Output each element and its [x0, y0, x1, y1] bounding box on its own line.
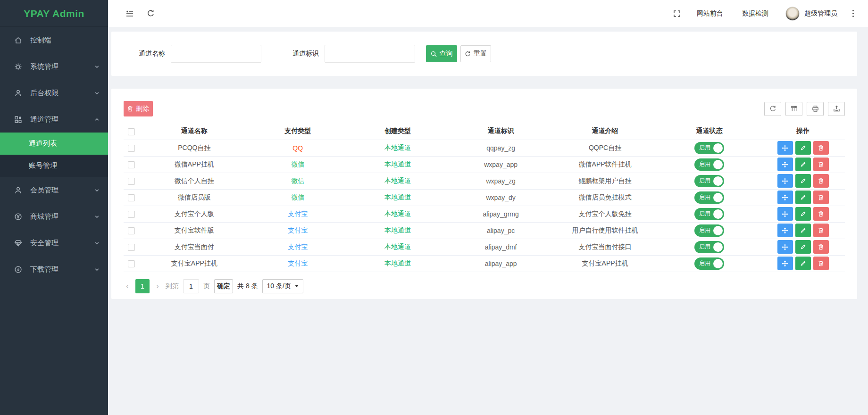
- fullscreen-button[interactable]: [667, 0, 687, 27]
- sidebar-item-system[interactable]: 系统管理: [0, 53, 108, 80]
- channel-name-cell: 微信个人自挂: [140, 173, 249, 189]
- sidebar-item-mall-mgmt[interactable]: 商城管理: [0, 203, 108, 230]
- chevron-up-icon: [94, 117, 100, 122]
- status-toggle[interactable]: 启用: [694, 208, 724, 220]
- sidebar-item-console[interactable]: 控制端: [0, 27, 108, 53]
- channel-name-input[interactable]: [171, 45, 261, 63]
- column-filter-button[interactable]: [785, 102, 802, 116]
- collapse-sidebar-button[interactable]: [119, 0, 140, 27]
- status-toggle[interactable]: 启用: [694, 191, 724, 204]
- sidebar-item-label: 后台权限: [30, 89, 58, 98]
- edit-button[interactable]: [795, 224, 811, 237]
- sidebar-item-member-mgmt[interactable]: 会员管理: [0, 177, 108, 203]
- refresh-page-button[interactable]: [140, 0, 161, 27]
- row-checkbox[interactable]: [128, 227, 135, 234]
- edit-button[interactable]: [795, 207, 811, 221]
- select-caret-icon: [295, 285, 299, 287]
- pencil-icon: [800, 178, 806, 184]
- channel-code-label: 通道标识: [292, 50, 319, 58]
- row-delete-button[interactable]: [813, 240, 829, 254]
- pencil-icon: [800, 145, 806, 151]
- sidebar-subitem-channel-list[interactable]: 通道列表: [0, 133, 108, 155]
- edit-button[interactable]: [795, 257, 811, 270]
- create-type-cell: 本地通道: [346, 156, 449, 173]
- row-checkbox[interactable]: [128, 211, 135, 218]
- row-checkbox[interactable]: [128, 145, 135, 152]
- row-delete-button[interactable]: [813, 158, 829, 171]
- avatar: [785, 7, 800, 21]
- reset-button[interactable]: 重置: [460, 45, 491, 62]
- row-delete-button[interactable]: [813, 141, 829, 155]
- edit-button[interactable]: [795, 191, 811, 204]
- edit-button[interactable]: [795, 174, 811, 188]
- status-toggle[interactable]: 启用: [694, 241, 724, 253]
- row-checkbox[interactable]: [128, 244, 135, 251]
- status-toggle[interactable]: 启用: [694, 257, 724, 270]
- trash-icon: [818, 145, 824, 151]
- status-toggle[interactable]: 启用: [694, 158, 724, 171]
- trash-icon: [818, 194, 824, 200]
- pay-type-cell: 支付宝: [249, 206, 346, 222]
- export-button[interactable]: [828, 102, 845, 116]
- prev-page-button[interactable]: ‹: [124, 282, 131, 290]
- goto-confirm-button[interactable]: 确定: [214, 279, 233, 293]
- row-checkbox[interactable]: [128, 194, 135, 201]
- move-button[interactable]: [777, 224, 793, 237]
- move-button[interactable]: [777, 141, 793, 155]
- row-checkbox[interactable]: [128, 260, 135, 267]
- status-toggle[interactable]: 启用: [694, 175, 724, 187]
- move-button[interactable]: [777, 191, 793, 204]
- channel-name-cell: PCQQ自挂: [140, 140, 249, 156]
- move-icon: [782, 161, 788, 168]
- move-button[interactable]: [777, 257, 793, 270]
- gear-icon: [14, 63, 22, 71]
- move-button[interactable]: [777, 174, 793, 188]
- select-all-checkbox[interactable]: [128, 128, 135, 135]
- nav-data-monitor-label: 数据检测: [742, 9, 768, 18]
- query-button[interactable]: 查询: [426, 45, 457, 62]
- row-delete-button[interactable]: [813, 257, 829, 270]
- row-checkbox[interactable]: [128, 161, 135, 168]
- row-delete-button[interactable]: [813, 207, 829, 221]
- more-menu-button[interactable]: [845, 10, 861, 17]
- page-number-button[interactable]: 1: [135, 279, 150, 293]
- channel-table-body: PCQQ自挂 QQ 本地通道 qqpay_zg QQPC自挂 启用: [124, 140, 845, 272]
- move-button[interactable]: [777, 240, 793, 254]
- move-button[interactable]: [777, 207, 793, 221]
- move-button[interactable]: [777, 158, 793, 171]
- edit-button[interactable]: [795, 141, 811, 155]
- delete-button[interactable]: 删除: [124, 101, 153, 116]
- table-refresh-button[interactable]: [764, 102, 781, 116]
- sidebar-item-channel-mgmt[interactable]: 通道管理: [0, 106, 108, 133]
- sidebar-item-backend-perms[interactable]: 后台权限: [0, 80, 108, 106]
- user-menu[interactable]: 超级管理员: [778, 0, 845, 27]
- pencil-icon: [800, 244, 806, 250]
- table-row: 微信APP挂机 微信 本地通道 wxpay_app 微信APP软件挂机 启用: [124, 156, 845, 173]
- status-toggle-label: 启用: [699, 193, 710, 201]
- move-icon: [782, 211, 788, 217]
- edit-button[interactable]: [795, 158, 811, 171]
- nav-site-front[interactable]: 网站前台: [687, 0, 733, 27]
- print-button[interactable]: [807, 102, 824, 116]
- sidebar-item-download-mgmt[interactable]: 下载管理: [0, 256, 108, 282]
- sidebar-item-security-mgmt[interactable]: 安全管理: [0, 230, 108, 256]
- page-size-select[interactable]: 10 条/页: [262, 279, 303, 293]
- status-toggle-label: 启用: [699, 160, 710, 168]
- channel-name-cell: 支付宝个人版: [140, 206, 249, 222]
- row-delete-button[interactable]: [813, 191, 829, 204]
- channel-code-input[interactable]: [325, 45, 415, 63]
- row-delete-button[interactable]: [813, 174, 829, 188]
- create-type-cell: 本地通道: [346, 189, 449, 206]
- next-page-button[interactable]: ›: [154, 282, 161, 290]
- edit-button[interactable]: [795, 240, 811, 254]
- trash-icon: [818, 244, 824, 250]
- row-checkbox[interactable]: [128, 178, 135, 185]
- row-delete-button[interactable]: [813, 224, 829, 237]
- status-toggle[interactable]: 启用: [694, 224, 724, 237]
- status-toggle-knob: [713, 160, 723, 169]
- table-row: PCQQ自挂 QQ 本地通道 qqpay_zg QQPC自挂 启用: [124, 140, 845, 156]
- sidebar-subitem-account-mgmt[interactable]: 账号管理: [0, 155, 108, 177]
- status-toggle[interactable]: 启用: [694, 142, 724, 154]
- goto-page-input[interactable]: [183, 279, 199, 293]
- nav-data-monitor[interactable]: 数据检测: [733, 0, 778, 27]
